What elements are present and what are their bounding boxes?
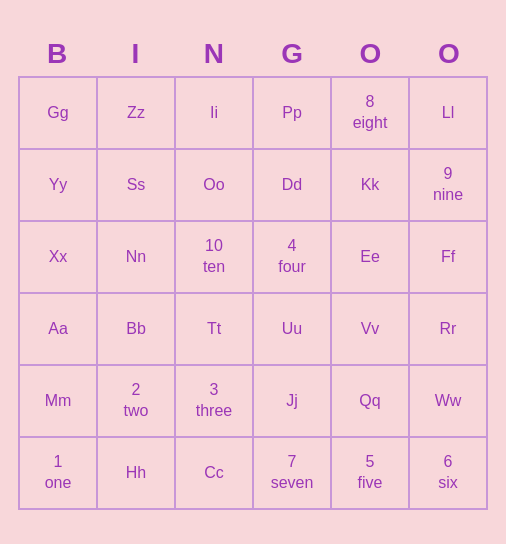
cell-3-0: Aa	[20, 294, 98, 366]
cell-0-0-line1: Gg	[47, 103, 68, 124]
header-cell-n-2: N	[175, 34, 253, 74]
cell-3-3-line1: Uu	[282, 319, 302, 340]
cell-0-4: 8eight	[332, 78, 410, 150]
cell-5-5-line1: 6	[444, 452, 453, 473]
cell-2-0: Xx	[20, 222, 98, 294]
cell-1-0-line1: Yy	[49, 175, 68, 196]
cell-4-1-line1: 2	[132, 380, 141, 401]
cell-1-3: Dd	[254, 150, 332, 222]
cell-4-1: 2two	[98, 366, 176, 438]
cell-3-3: Uu	[254, 294, 332, 366]
cell-0-2: Ii	[176, 78, 254, 150]
cell-4-4-line1: Qq	[359, 391, 380, 412]
cell-2-2-line1: 10	[205, 236, 223, 257]
cell-0-0: Gg	[20, 78, 98, 150]
header-cell-o-4: O	[331, 34, 409, 74]
header-cell-b-0: B	[18, 34, 96, 74]
cell-5-3-line2: seven	[271, 473, 314, 494]
cell-3-5-line1: Rr	[440, 319, 457, 340]
cell-5-2-line1: Cc	[204, 463, 224, 484]
cell-1-1: Ss	[98, 150, 176, 222]
cell-4-3-line1: Jj	[286, 391, 298, 412]
cell-2-1: Nn	[98, 222, 176, 294]
bingo-grid: GgZzIiPp8eightLlYySsOoDdKk9nineXxNn10ten…	[18, 76, 488, 510]
cell-2-2: 10ten	[176, 222, 254, 294]
cell-1-5-line2: nine	[433, 185, 463, 206]
cell-0-3-line1: Pp	[282, 103, 302, 124]
cell-0-5-line1: Ll	[442, 103, 454, 124]
cell-5-0: 1one	[20, 438, 98, 510]
header-cell-o-5: O	[410, 34, 488, 74]
cell-1-3-line1: Dd	[282, 175, 302, 196]
bingo-card: BINGOO GgZzIiPp8eightLlYySsOoDdKk9nineXx…	[8, 24, 498, 520]
cell-3-1: Bb	[98, 294, 176, 366]
cell-2-3: 4four	[254, 222, 332, 294]
cell-1-0: Yy	[20, 150, 98, 222]
cell-3-2: Tt	[176, 294, 254, 366]
cell-1-4: Kk	[332, 150, 410, 222]
cell-4-0-line1: Mm	[45, 391, 72, 412]
cell-5-1-line1: Hh	[126, 463, 146, 484]
cell-5-4-line2: five	[358, 473, 383, 494]
cell-1-2: Oo	[176, 150, 254, 222]
cell-4-2-line2: three	[196, 401, 232, 422]
cell-2-1-line1: Nn	[126, 247, 146, 268]
bingo-header: BINGOO	[18, 34, 488, 74]
cell-4-1-line2: two	[124, 401, 149, 422]
cell-4-5: Ww	[410, 366, 488, 438]
cell-2-0-line1: Xx	[49, 247, 68, 268]
cell-5-2: Cc	[176, 438, 254, 510]
cell-5-4-line1: 5	[366, 452, 375, 473]
cell-1-2-line1: Oo	[203, 175, 224, 196]
cell-5-4: 5five	[332, 438, 410, 510]
cell-0-2-line1: Ii	[210, 103, 218, 124]
cell-4-2: 3three	[176, 366, 254, 438]
cell-3-2-line1: Tt	[207, 319, 221, 340]
cell-4-3: Jj	[254, 366, 332, 438]
cell-2-2-line2: ten	[203, 257, 225, 278]
cell-0-5: Ll	[410, 78, 488, 150]
cell-2-3-line1: 4	[288, 236, 297, 257]
cell-0-1-line1: Zz	[127, 103, 145, 124]
cell-4-5-line1: Ww	[435, 391, 462, 412]
cell-2-4: Ee	[332, 222, 410, 294]
cell-0-3: Pp	[254, 78, 332, 150]
cell-0-1: Zz	[98, 78, 176, 150]
cell-4-2-line1: 3	[210, 380, 219, 401]
cell-1-5: 9nine	[410, 150, 488, 222]
cell-5-3: 7seven	[254, 438, 332, 510]
cell-1-5-line1: 9	[444, 164, 453, 185]
cell-4-4: Qq	[332, 366, 410, 438]
cell-2-4-line1: Ee	[360, 247, 380, 268]
cell-2-5: Ff	[410, 222, 488, 294]
cell-2-3-line2: four	[278, 257, 306, 278]
cell-3-5: Rr	[410, 294, 488, 366]
header-cell-g-3: G	[253, 34, 331, 74]
cell-1-4-line1: Kk	[361, 175, 380, 196]
cell-4-0: Mm	[20, 366, 98, 438]
cell-2-5-line1: Ff	[441, 247, 455, 268]
cell-1-1-line1: Ss	[127, 175, 146, 196]
cell-3-4-line1: Vv	[361, 319, 380, 340]
cell-0-4-line1: 8	[366, 92, 375, 113]
cell-0-4-line2: eight	[353, 113, 388, 134]
cell-5-5-line2: six	[438, 473, 458, 494]
cell-3-0-line1: Aa	[48, 319, 68, 340]
cell-5-3-line1: 7	[288, 452, 297, 473]
cell-5-5: 6six	[410, 438, 488, 510]
cell-3-4: Vv	[332, 294, 410, 366]
cell-5-0-line1: 1	[54, 452, 63, 473]
cell-3-1-line1: Bb	[126, 319, 146, 340]
cell-5-1: Hh	[98, 438, 176, 510]
header-cell-i-1: I	[96, 34, 174, 74]
cell-5-0-line2: one	[45, 473, 72, 494]
